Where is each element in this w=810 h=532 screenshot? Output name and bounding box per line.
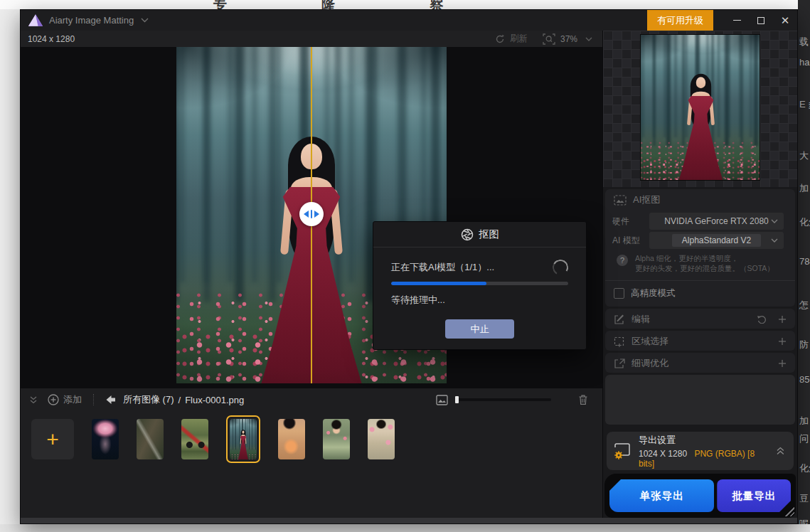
section-region-select[interactable]: 区域选择	[605, 331, 795, 351]
section-fine-tune-label: 细调优化	[632, 357, 668, 370]
collapse-up-icon[interactable]	[776, 447, 785, 455]
compare-left-arrow-icon	[304, 211, 309, 218]
hardware-value: NVIDIA GeForce RTX 2080	[664, 216, 769, 226]
export-settings-title: 导出设置	[639, 434, 769, 447]
thumbnail-jellyfish[interactable]	[92, 419, 119, 459]
filmstrip-collapse-icon[interactable]	[29, 396, 38, 404]
add-images-button[interactable]: 添加	[48, 393, 82, 406]
background-window-text-fragment: 784	[799, 256, 810, 267]
background-window-text-fragment: E 多	[799, 98, 810, 111]
thumbnail-strip: +	[21, 410, 602, 463]
app-menu-chevron-icon[interactable]	[141, 18, 149, 23]
filmstrip-panel: 添加 所有图像 (7) / Flux-0001.png	[21, 388, 602, 518]
thumbnail-red-dress-selected[interactable]	[226, 415, 260, 463]
app-window: Aiarty Image Matting 有可用升级 ✕ 1024 x 1280…	[20, 9, 798, 524]
transparency-preview-zone	[603, 31, 797, 187]
high-precision-label: 高精度模式	[631, 287, 676, 299]
add-circle-icon	[48, 394, 59, 405]
expand-edit-icon[interactable]	[778, 315, 787, 324]
background-window-text-fragment: 怎	[799, 299, 809, 312]
add-image-tile[interactable]: +	[31, 419, 74, 459]
close-button[interactable]: ✕	[773, 10, 797, 31]
thumbnail-forest-axe[interactable]	[137, 419, 164, 459]
background-window-text-fragment: 化危	[799, 216, 810, 229]
result-preview-image	[640, 34, 760, 181]
abort-button[interactable]: 中止	[445, 319, 514, 339]
high-precision-checkbox-row[interactable]: 高精度模式	[605, 281, 795, 305]
download-progress-bar	[391, 282, 568, 285]
section-edit-label: 编辑	[632, 313, 650, 326]
model-hint-row: ? Alpha 细化，更好的半透明度， 更好的头发，更好的混合质量。（SOTA）	[605, 249, 795, 276]
expand-region-icon[interactable]	[778, 337, 787, 346]
background-window-text-fragment: 防	[799, 339, 809, 351]
export-settings-panel[interactable]: 导出设置 1024 X 1280 PNG (RGBA) [8 bits]	[607, 432, 794, 470]
matting-progress-dialog: 抠图 正在下载AI模型（1/1）... 等待推理中... 中止	[373, 221, 587, 350]
region-select-icon	[614, 336, 625, 347]
hardware-chevron-icon	[771, 219, 778, 223]
download-status-text: 正在下载AI模型（1/1）...	[391, 261, 494, 274]
refresh-icon[interactable]	[495, 34, 505, 44]
ai-matting-header[interactable]: AI抠图	[605, 189, 795, 211]
thumbnail-bicycle[interactable]	[181, 419, 208, 459]
background-window-text-fragment: 问	[799, 432, 809, 445]
hardware-select[interactable]: NVIDIA GeForce RTX 2080	[649, 213, 784, 230]
thumbnail-rose-garden-girl[interactable]	[368, 419, 395, 459]
thumbnail-orange-flowers[interactable]	[278, 419, 305, 459]
empty-section-panel	[605, 375, 795, 425]
thumbnail-garden-girl[interactable]	[323, 419, 350, 459]
minimize-icon	[733, 20, 741, 21]
compare-right-arrow-icon	[314, 211, 319, 218]
background-window-text-fragment: 大	[799, 149, 809, 162]
section-edit[interactable]: 编辑	[605, 309, 795, 329]
title-bar: Aiarty Image Matting 有可用升级 ✕	[21, 10, 797, 31]
background-window-text-fragment: 加	[799, 182, 809, 195]
model-hint-text: Alpha 细化，更好的半透明度， 更好的头发，更好的混合质量。（SOTA）	[635, 253, 774, 273]
scene-vignette	[641, 35, 760, 181]
aperture-icon	[461, 228, 474, 241]
compare-slider-handle[interactable]	[299, 202, 324, 226]
maximize-button[interactable]	[749, 10, 773, 31]
download-progress-fill	[391, 282, 486, 285]
resize-grip[interactable]	[784, 506, 794, 516]
single-export-button[interactable]: 单张导出	[609, 479, 714, 512]
export-button-dock: 单张导出 批量导出	[604, 474, 796, 518]
thumbnail-size-icon	[436, 395, 448, 405]
help-icon[interactable]: ?	[617, 255, 628, 266]
upgrade-available-button[interactable]: 有可用升级	[647, 10, 713, 31]
breadcrumb-separator: /	[178, 395, 181, 405]
breadcrumb-collection[interactable]: 所有图像 (7)	[123, 393, 174, 406]
background-window-text-fragment: 载	[799, 36, 809, 48]
app-title: Aiarty Image Matting	[49, 15, 134, 26]
dialog-title: 抠图	[479, 228, 499, 241]
breadcrumb: 所有图像 (7) / Flux-0001.png	[123, 393, 244, 406]
back-arrow-icon[interactable]	[105, 395, 116, 405]
expand-fine-tune-icon[interactable]	[778, 359, 787, 368]
ai-model-select[interactable]: AlphaStandard V2	[649, 232, 784, 249]
zoom-icon[interactable]	[543, 33, 555, 45]
zoom-chevron-down-icon[interactable]	[585, 37, 592, 41]
background-window-text-fragment: 850	[799, 374, 810, 385]
thumbnail-size-slider-handle[interactable]	[455, 396, 459, 403]
batch-export-button[interactable]: 批量导出	[717, 479, 791, 512]
thumbnail-image-red-dress	[230, 419, 257, 459]
section-fine-tune[interactable]: 细调优化	[605, 353, 795, 373]
ai-matting-title: AI抠图	[633, 193, 660, 206]
high-precision-checkbox[interactable]	[614, 288, 624, 299]
add-images-label: 添加	[63, 393, 82, 406]
thumbnail-size-slider[interactable]	[455, 398, 551, 401]
delete-image-icon[interactable]	[578, 394, 588, 405]
header-divider	[93, 394, 94, 405]
thumbnail-image-forest-axe	[137, 419, 164, 459]
thumbnail-image-jellyfish	[92, 419, 119, 459]
ai-model-label: AI 模型	[612, 235, 649, 247]
minimize-button[interactable]	[725, 10, 749, 31]
photo-woman-red-dress-forest	[230, 419, 257, 459]
canvas-toolbar: 1024 x 1280 刷新 37%	[21, 31, 602, 47]
undo-icon[interactable]	[757, 315, 767, 324]
refresh-label[interactable]: 刷新	[510, 33, 528, 45]
ai-model-value: AlphaStandard V2	[672, 234, 761, 247]
plus-icon: +	[46, 429, 59, 450]
zoom-level-value[interactable]: 37%	[560, 34, 577, 44]
window-bottom-edge	[21, 518, 797, 523]
ai-matting-icon	[614, 195, 627, 206]
